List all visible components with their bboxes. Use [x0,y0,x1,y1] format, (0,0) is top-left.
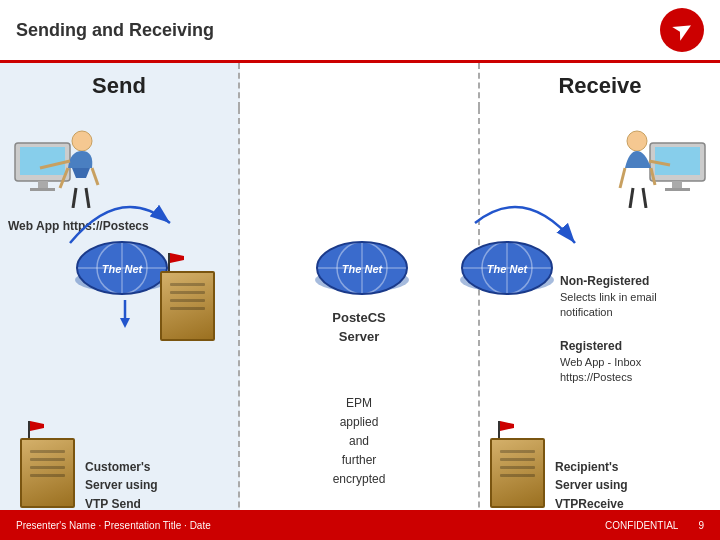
svg-rect-23 [655,147,700,175]
recipient-illustration [615,113,710,212]
send-server-top [160,253,215,341]
epm-label: EPMappliedandfurtherencrypted [304,393,414,488]
svg-rect-1 [20,147,65,175]
canada-post-logo: ➤ [660,8,704,52]
header: Sending and Receiving ➤ [0,0,720,63]
recipient-file-icon [490,438,545,508]
svg-point-26 [627,131,647,151]
customer-file-icon [20,438,75,508]
footer-left: Presenter's Name · Presentation Title · … [16,520,211,531]
send-curve-arrow [60,173,180,257]
svg-rect-3 [30,188,55,191]
middle-title-cell [240,63,480,108]
receive-title-cell: Receive [480,63,720,108]
receive-column: The Net Non-Registered Selects link in e… [480,108,720,540]
send-file-icon [160,271,215,341]
receive-title: Receive [558,73,641,99]
svg-point-4 [72,131,92,151]
send-title-cell: Send [0,63,240,108]
logo-arrow-icon: ➤ [668,14,697,46]
svg-marker-13 [120,318,130,328]
recipient-label: Recipient'sServer usingVTPReceive [555,457,628,513]
recipient-server [490,421,545,508]
svg-text:The Net: The Net [102,263,144,275]
footer-page: 9 [698,520,704,531]
receive-curve-arrow [465,173,585,257]
customer-label: Customer'sServer usingVTP Send [85,457,158,513]
middle-column: The Net PosteCSServer EPMappliedandfurth… [240,108,480,540]
send-column: Web App https://Postecs The Net [0,108,240,540]
registered-label: Registered [560,338,641,355]
svg-rect-24 [672,181,682,188]
registered-section: Registered Web App - Inboxhttps://Postec… [560,338,641,386]
content-area: Web App https://Postecs The Net [0,108,720,540]
postecs-server-label: PosteCSServer [332,308,385,346]
title-row: Send Receive [0,63,720,108]
footer-right-group: CONFIDENTIAL 9 [605,520,704,531]
footer-confidential: CONFIDENTIAL [605,520,678,531]
svg-text:The Net: The Net [342,263,384,275]
non-registered-section: Non-Registered Selects link in emailnoti… [560,273,657,321]
svg-text:The Net: The Net [487,263,529,275]
customer-server [20,421,75,508]
non-registered-label: Non-Registered [560,273,657,290]
send-down-arrow [115,300,135,334]
middle-globe: The Net [315,238,410,300]
registered-sub: Web App - Inboxhttps://Postecs [560,355,641,386]
page-title: Sending and Receiving [16,20,214,41]
footer: Presenter's Name · Presentation Title · … [0,510,720,540]
svg-rect-25 [665,188,690,191]
send-title: Send [92,73,146,99]
non-registered-sub: Selects link in emailnotification [560,290,657,321]
svg-rect-2 [38,181,48,188]
